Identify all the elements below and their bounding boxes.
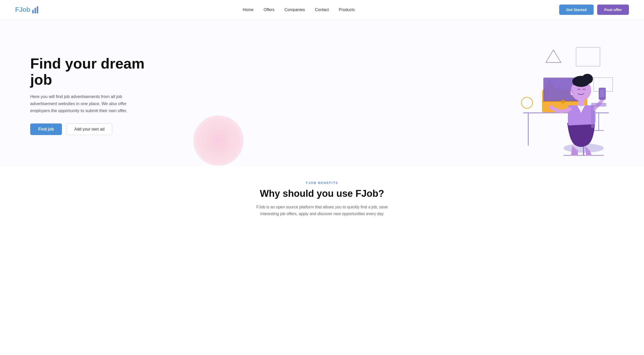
nav-offers[interactable]: Offers: [263, 8, 274, 12]
navbar: FJob Home Offers Companies Contact Produ…: [0, 0, 644, 20]
svg-point-29: [571, 93, 572, 95]
svg-rect-33: [591, 103, 606, 107]
find-job-button[interactable]: Find job: [30, 123, 62, 135]
logo-bar-2: [34, 8, 36, 13]
post-offer-button[interactable]: Post offer: [597, 5, 629, 15]
logo-icon: [32, 6, 38, 13]
hero-svg: [503, 35, 629, 156]
svg-rect-32: [591, 105, 594, 128]
logo-bar-3: [37, 6, 38, 13]
svg-rect-22: [600, 90, 604, 97]
svg-marker-0: [546, 50, 561, 62]
hero-content: Find your dream job Here you will find j…: [30, 55, 166, 135]
hero-wrapper: Find your dream job Here you will find j…: [0, 20, 644, 166]
svg-rect-4: [576, 47, 600, 66]
logo[interactable]: FJob: [15, 6, 38, 14]
hero-title: Find your dream job: [30, 55, 166, 88]
svg-point-3: [521, 97, 533, 108]
benefits-tag: FJOB BENEFITS: [15, 181, 629, 185]
nav-contact[interactable]: Contact: [315, 8, 329, 12]
benefits-description: FJob is an open source platform that all…: [249, 204, 395, 217]
nav-home[interactable]: Home: [243, 8, 254, 12]
add-ad-button[interactable]: Add your own ad: [66, 123, 112, 135]
nav-actions: Get Started Post offer: [559, 5, 629, 15]
nav-products[interactable]: Products: [339, 8, 355, 12]
nav-links: Home Offers Companies Contact Products: [243, 8, 355, 12]
benefits-section: FJOB BENEFITS Why should you use FJob? F…: [0, 166, 644, 227]
hero-illustration: [503, 35, 629, 156]
benefits-title: Why should you use FJob?: [15, 188, 629, 199]
nav-companies[interactable]: Companies: [284, 8, 305, 12]
logo-bar-1: [32, 10, 34, 13]
hero-section: Find your dream job Here you will find j…: [0, 20, 644, 166]
get-started-button[interactable]: Get Started: [559, 5, 594, 15]
logo-text: FJob: [15, 6, 30, 14]
decorative-blob: [193, 115, 244, 166]
hero-description: Here you will find job advertisements fr…: [30, 93, 141, 114]
hero-buttons: Find job Add your own ad: [30, 123, 166, 135]
svg-point-28: [570, 91, 573, 94]
svg-point-23: [549, 105, 553, 109]
svg-point-14: [561, 100, 565, 104]
